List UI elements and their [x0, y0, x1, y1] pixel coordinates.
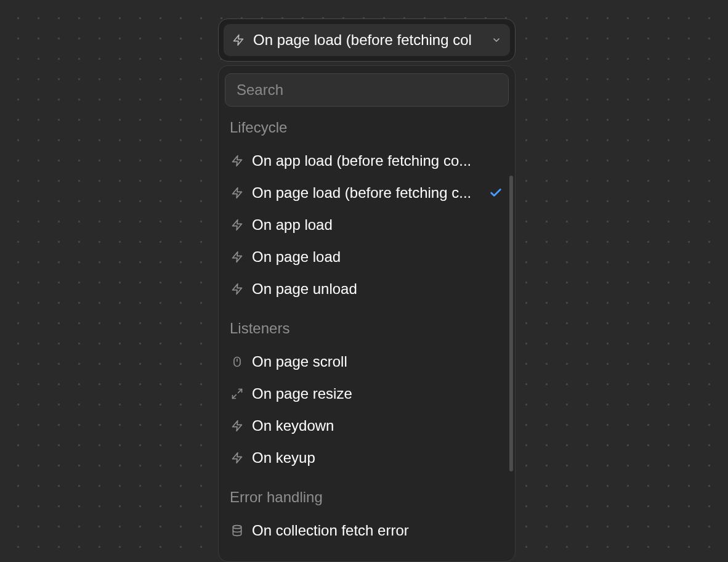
mouse-icon [231, 356, 243, 368]
dropdown-item-label: On page unload [252, 280, 486, 298]
search-input[interactable] [225, 73, 509, 107]
lightning-icon [231, 187, 243, 199]
dropdown-list: Lifecycle On app load (before fetching c… [224, 115, 510, 547]
event-dropdown-panel: Lifecycle On app load (before fetching c… [218, 65, 516, 562]
svg-marker-4 [233, 252, 242, 263]
lightning-icon [232, 34, 245, 46]
lightning-icon [231, 219, 243, 231]
lightning-icon [231, 155, 243, 167]
dropdown-item-on-page-unload[interactable]: On page unload [227, 273, 506, 305]
dropdown-item-label: On keyup [252, 449, 486, 466]
chevron-down-icon [491, 35, 501, 45]
dropdown-item-on-collection-fetch-error[interactable]: On collection fetch error [227, 515, 506, 547]
lightning-icon [231, 283, 243, 295]
svg-marker-2 [233, 188, 242, 198]
dropdown-item-on-app-load[interactable]: On app load [227, 209, 506, 241]
lightning-icon [231, 452, 243, 464]
section-header-lifecycle: Lifecycle [227, 115, 506, 145]
dropdown-item-label: On page load [252, 248, 486, 266]
dropdown-item-on-keydown[interactable]: On keydown [227, 410, 506, 442]
dropdown-item-label: On collection fetch error [252, 522, 486, 539]
scrollbar[interactable] [509, 176, 513, 471]
dropdown-item-on-page-resize[interactable]: On page resize [227, 378, 506, 410]
lightning-icon [231, 251, 243, 263]
dropdown-item-label: On keydown [252, 417, 486, 434]
svg-marker-0 [234, 35, 243, 46]
dropdown-item-label: On page scroll [252, 353, 486, 370]
svg-point-12 [233, 526, 241, 529]
svg-marker-10 [233, 421, 242, 431]
section-header-error-handling: Error handling [227, 485, 506, 515]
dropdown-item-on-app-load-before[interactable]: On app load (before fetching co... [227, 145, 506, 177]
dropdown-item-label: On app load (before fetching co... [252, 152, 486, 169]
event-dropdown-trigger[interactable]: On page load (before fetching col [218, 18, 516, 62]
database-icon [231, 524, 243, 537]
dropdown-item-label: On app load [252, 216, 486, 234]
dropdown-item-on-page-load[interactable]: On page load [227, 241, 506, 273]
dropdown-item-on-page-scroll[interactable]: On page scroll [227, 346, 506, 378]
section-header-listeners: Listeners [227, 316, 506, 346]
svg-marker-3 [233, 220, 242, 230]
svg-marker-5 [233, 284, 242, 295]
dropdown-trigger-label: On page load (before fetching col [253, 31, 483, 49]
dropdown-item-label: On page load (before fetching c... [252, 184, 480, 202]
svg-marker-11 [233, 453, 242, 463]
resize-icon [231, 388, 243, 400]
dropdown-item-label: On page resize [252, 385, 486, 402]
dropdown-item-on-page-load-before[interactable]: On page load (before fetching c... [227, 177, 506, 209]
lightning-icon [231, 420, 243, 432]
check-icon [489, 186, 503, 200]
dropdown-item-on-keyup[interactable]: On keyup [227, 442, 506, 474]
svg-marker-1 [233, 156, 242, 166]
svg-line-8 [238, 389, 242, 393]
svg-line-9 [233, 395, 237, 399]
